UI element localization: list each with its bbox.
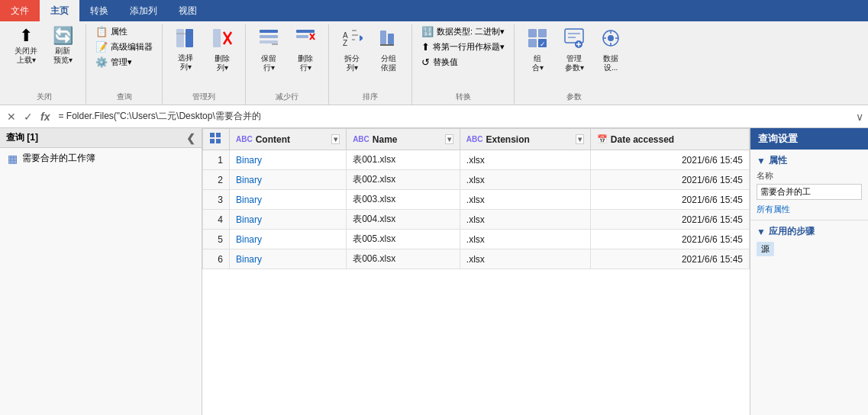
svg-rect-22	[380, 44, 394, 46]
svg-rect-41	[216, 133, 221, 137]
svg-rect-3	[213, 29, 221, 47]
svg-rect-43	[216, 139, 221, 143]
data-type-icon: 🔢	[421, 26, 434, 37]
select-col-icon	[175, 27, 196, 51]
left-panel: 查询 [1] ❮ ▦ 需要合并的工作簿	[0, 128, 202, 415]
content-filter-button[interactable]: ▾	[331, 134, 340, 144]
row-number: 1	[203, 150, 230, 170]
transform-label: 转换	[418, 90, 508, 105]
properties-section-title: ▼ 属性	[757, 154, 862, 167]
table-header-row: ABC Content ▾ ABC Name ▾	[203, 129, 750, 150]
row-number: 2	[203, 170, 230, 190]
group-by-icon	[378, 27, 399, 52]
combine-icon: ✓	[527, 27, 548, 52]
close-load-button[interactable]: ⬆ 关闭并上载▾	[9, 24, 43, 68]
formula-bar: ✕ ✓ fx ∨	[0, 105, 868, 128]
table-grid-icon	[209, 132, 221, 146]
query-item-label: 需要合并的工作簿	[22, 152, 95, 165]
properties-button[interactable]: 📋 属性	[92, 24, 156, 39]
cell-content: Binary	[230, 150, 347, 170]
refresh-preview-button[interactable]: 🔄 刷新预览▾	[46, 24, 79, 68]
cell-extension: .xlsx	[460, 170, 590, 190]
svg-rect-25	[528, 39, 537, 47]
confirm-icon[interactable]: ✓	[21, 110, 35, 124]
right-panel: 查询设置 ▼ 属性 名称 需要合并的工 所有属性 ▼ 应用的步骤 源	[750, 128, 868, 415]
panel-title: 查询 [1]	[6, 131, 38, 144]
cell-content: Binary	[230, 170, 347, 190]
table-row[interactable]: 6 Binary 表006.xlsx .xlsx 2021/6/6 15:45	[203, 249, 750, 269]
ribbon-group-manage-cols: 选择列▾ 删除列▾ 管理列	[163, 24, 246, 105]
select-col-button[interactable]: 选择列▾	[169, 24, 202, 75]
all-properties-link[interactable]: 所有属性	[757, 204, 790, 214]
combine-button[interactable]: ✓ 组合▾	[521, 24, 554, 76]
col-header-name: ABC Name ▾	[347, 129, 460, 150]
close-load-icon: ⬆	[19, 27, 33, 44]
cell-extension: .xlsx	[460, 230, 590, 249]
table-icon: ▦	[8, 153, 18, 165]
close-group-label: 关闭	[9, 90, 79, 105]
keep-rows-icon	[258, 27, 279, 52]
row-number: 5	[203, 230, 230, 249]
grid-area[interactable]: ABC Content ▾ ABC Name ▾	[202, 128, 750, 415]
table-row[interactable]: 1 Binary 表001.xlsx .xlsx 2021/6/6 15:45	[203, 150, 750, 170]
svg-rect-7	[260, 35, 278, 38]
right-panel-title: 查询设置	[750, 128, 868, 150]
extension-filter-button[interactable]: ▾	[576, 134, 584, 144]
cancel-icon[interactable]: ✕	[5, 110, 18, 124]
tab-add-column[interactable]: 添加列	[119, 0, 168, 21]
formula-expand-icon[interactable]: ∨	[856, 111, 863, 123]
remove-rows-button[interactable]: 删除行▾	[289, 24, 322, 76]
panel-collapse-icon[interactable]: ❮	[186, 132, 195, 144]
cell-date-accessed: 2021/6/6 15:45	[590, 170, 749, 190]
cell-extension: .xlsx	[460, 190, 590, 210]
svg-rect-0	[176, 29, 184, 47]
formula-input[interactable]	[58, 111, 850, 122]
ribbon-group-reduce-rows: 保留行▾ 删除行▾ 减少行	[246, 24, 329, 105]
svg-rect-28	[565, 29, 583, 43]
tab-home[interactable]: 主页	[40, 0, 79, 21]
tab-transform[interactable]: 转换	[79, 0, 119, 21]
cell-name: 表001.xlsx	[347, 150, 460, 170]
tab-file[interactable]: 文件	[0, 0, 40, 21]
replace-value-button[interactable]: ↺ 替换值	[418, 55, 508, 69]
keep-rows-button[interactable]: 保留行▾	[252, 24, 286, 76]
table-row[interactable]: 2 Binary 表002.xlsx .xlsx 2021/6/6 15:45	[203, 170, 750, 190]
manage-cols-label: 管理列	[169, 90, 239, 105]
svg-point-35	[608, 35, 614, 41]
table-row[interactable]: 3 Binary 表003.xlsx .xlsx 2021/6/6 15:45	[203, 190, 750, 210]
ribbon-group-combine: ✓ 组合▾	[515, 24, 634, 105]
data-type-button[interactable]: 🔢 数据类型: 二进制▾	[418, 24, 508, 39]
replace-value-icon: ↺	[421, 56, 430, 68]
col-header-content: ABC Content ▾	[230, 129, 347, 150]
query-group-label: 查询	[92, 90, 156, 105]
cell-date-accessed: 2021/6/6 15:45	[590, 210, 749, 230]
table-row[interactable]: 5 Binary 表005.xlsx .xlsx 2021/6/6 15:45	[203, 230, 750, 249]
data-settings-button[interactable]: 数据设...	[594, 24, 628, 76]
reduce-rows-label: 减少行	[252, 90, 322, 105]
combine-label: 参数	[521, 90, 628, 105]
split-col-button[interactable]: A Z 拆分列▾	[335, 24, 369, 76]
manage-params-button[interactable]: 管理参数▾	[557, 24, 591, 76]
ribbon-group-query: 📋 属性 📝 高级编辑器 ⚙️ 管理▾ 查询	[86, 24, 163, 105]
query-item-workbook[interactable]: ▦ 需要合并的工作簿	[0, 148, 202, 169]
cell-name: 表005.xlsx	[347, 230, 460, 249]
cell-extension: .xlsx	[460, 210, 590, 230]
data-table: ABC Content ▾ ABC Name ▾	[202, 128, 750, 269]
remove-col-button[interactable]: 删除列▾	[205, 24, 239, 76]
cell-name: 表006.xlsx	[347, 249, 460, 269]
tab-view[interactable]: 视图	[168, 0, 208, 21]
first-row-header-button[interactable]: ⬆ 将第一行用作标题▾	[418, 40, 508, 54]
refresh-icon: 🔄	[53, 27, 73, 44]
svg-text:Z: Z	[343, 39, 347, 47]
table-row[interactable]: 4 Binary 表004.xlsx .xlsx 2021/6/6 15:45	[203, 210, 750, 230]
row-number: 3	[203, 190, 230, 210]
row-number: 6	[203, 249, 230, 269]
manage-button[interactable]: ⚙️ 管理▾	[92, 55, 156, 69]
advanced-editor-button[interactable]: 📝 高级编辑器	[92, 40, 156, 54]
cell-name: 表003.xlsx	[347, 190, 460, 210]
svg-rect-20	[380, 31, 386, 44]
name-filter-button[interactable]: ▾	[445, 134, 453, 144]
group-by-button[interactable]: 分组依据	[372, 24, 405, 76]
step-item[interactable]: 源	[757, 242, 774, 256]
cell-date-accessed: 2021/6/6 15:45	[590, 230, 749, 249]
